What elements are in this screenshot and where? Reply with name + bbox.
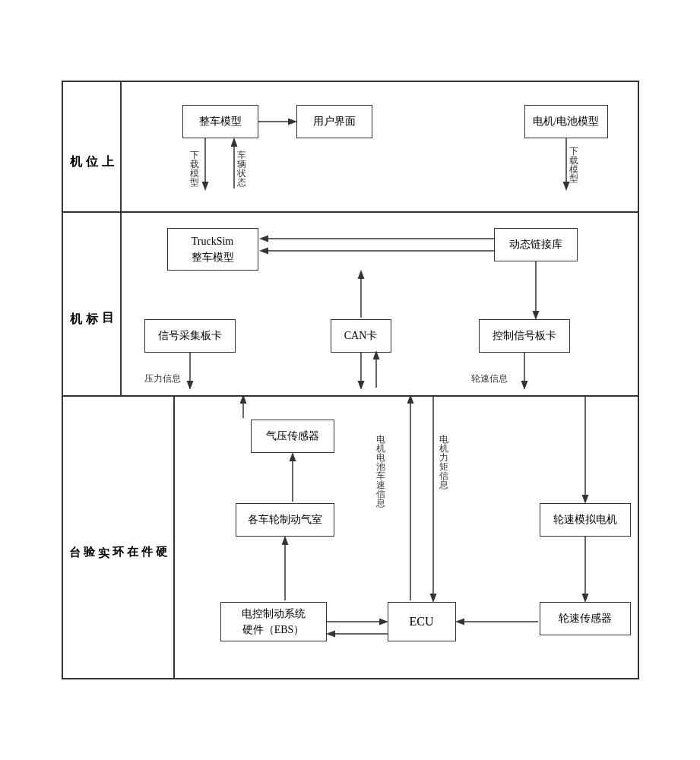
box-dynamic-lib: 动态链接库 <box>494 228 578 261</box>
svg-text:轮速信息: 轮速信息 <box>471 373 508 384</box>
section-lower: 硬件在环实验台 气压传感器 各车轮制动气室 电控制动系统 硬件（EBS） ECU… <box>63 397 638 678</box>
svg-text:型: 型 <box>569 173 578 184</box>
box-wheel-speed-motor: 轮速模拟电机 <box>540 503 631 537</box>
svg-text:信: 信 <box>439 470 448 481</box>
box-wheel-speed-sensor: 轮速传感器 <box>540 602 631 635</box>
box-user-interface: 用户界面 <box>296 105 372 138</box>
box-control-signal: 控制信号板卡 <box>479 319 570 353</box>
svg-text:辆: 辆 <box>237 159 246 169</box>
section-label-middle: 目标机 <box>63 213 122 395</box>
box-vehicle-model: 整车模型 <box>182 105 258 138</box>
box-can-card: CAN卡 <box>331 319 391 353</box>
box-air-sensor: 气压传感器 <box>251 420 334 453</box>
box-ebs: 电控制动系统 硬件（EBS） <box>220 602 327 641</box>
svg-text:车: 车 <box>376 470 385 481</box>
svg-text:载: 载 <box>569 155 578 166</box>
svg-text:电: 电 <box>376 452 385 463</box>
section-label-upper: 上位机 <box>63 82 122 211</box>
section-label-lower: 硬件在环实验台 <box>63 397 175 678</box>
svg-text:机: 机 <box>376 443 385 454</box>
svg-text:息: 息 <box>375 498 385 508</box>
svg-text:型: 型 <box>190 177 199 188</box>
svg-text:压力信息: 压力信息 <box>144 373 181 384</box>
box-signal-collect: 信号采集板卡 <box>144 319 236 353</box>
box-ecu: ECU <box>388 602 456 641</box>
section-middle: 目标机 TruckSim 整车模型 动态链接库 信号采集板卡 CAN卡 控制信号… <box>63 213 638 397</box>
svg-text:速: 速 <box>376 480 385 490</box>
box-trucksim: TruckSim 整车模型 <box>167 228 258 271</box>
svg-text:下: 下 <box>190 150 199 160</box>
box-motor-battery-model: 电机/电池模型 <box>524 105 608 138</box>
svg-text:矩: 矩 <box>439 461 448 472</box>
svg-text:下: 下 <box>569 146 578 157</box>
svg-text:机: 机 <box>439 443 448 454</box>
svg-text:状: 状 <box>236 168 246 179</box>
svg-upper: 下 载 模 型 车 辆 状 态 下 载 模 型 <box>122 82 638 211</box>
svg-text:电: 电 <box>439 434 448 445</box>
svg-text:车: 车 <box>237 150 246 160</box>
svg-text:池: 池 <box>376 461 385 472</box>
diagram-container: 上位机 整车模型 用户界面 电机/电池模型 下 载 模 型 <box>62 81 639 679</box>
svg-text:力: 力 <box>439 452 448 463</box>
section-upper: 上位机 整车模型 用户界面 电机/电池模型 下 载 模 型 <box>63 82 638 213</box>
svg-text:模: 模 <box>190 168 199 179</box>
svg-text:模: 模 <box>569 164 578 175</box>
box-brake-chambers: 各车轮制动气室 <box>236 503 334 537</box>
svg-text:态: 态 <box>236 177 246 188</box>
svg-text:息: 息 <box>439 480 448 490</box>
svg-text:载: 载 <box>190 159 199 169</box>
svg-text:信: 信 <box>376 489 385 499</box>
svg-text:电: 电 <box>376 434 385 445</box>
